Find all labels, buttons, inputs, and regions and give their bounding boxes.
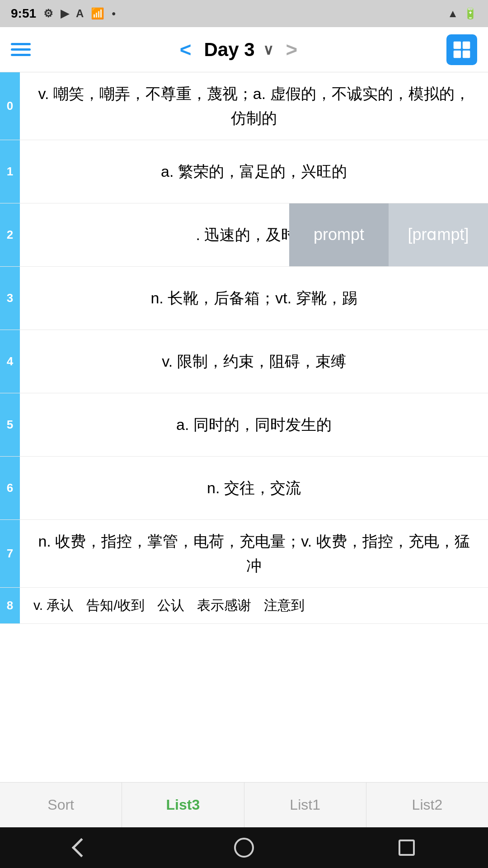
word-index-7: 7: [0, 520, 20, 587]
word-definition-6: n. 交往，交流: [20, 457, 488, 519]
word-index-6: 6: [0, 457, 20, 519]
svg-rect-3: [463, 50, 470, 57]
toolbar: < Day 3 ∨ >: [0, 27, 488, 72]
word-index-4: 4: [0, 330, 20, 393]
word-definition-5: a. 同时的，同时发生的: [20, 393, 488, 456]
word-definition-8: v. 承认 告知/收到 公认 表示感谢 注意到: [20, 588, 488, 623]
prev-day-button[interactable]: <: [173, 36, 199, 63]
word-definition-4: v. 限制，约束，阻碍，束缚: [20, 330, 488, 393]
tab-list2[interactable]: List2: [366, 783, 488, 827]
word-definition-3: n. 长靴，后备箱；vt. 穿靴，踢: [20, 267, 488, 330]
word-row[interactable]: 0 v. 嘲笑，嘲弄，不尊重，蔑视；a. 虚假的，不诚实的，模拟的，仿制的: [0, 72, 488, 140]
font-icon: A: [76, 7, 84, 20]
home-button[interactable]: [230, 834, 258, 861]
word-index-1: 1: [0, 140, 20, 203]
system-nav: [0, 827, 488, 868]
popup-word-label: prompt: [289, 203, 389, 266]
tab-list3[interactable]: List3: [122, 783, 244, 827]
word-definition-1: a. 繁荣的，富足的，兴旺的: [20, 140, 488, 203]
tab-sort[interactable]: Sort: [0, 783, 122, 827]
popup-phonetic-label: [prɑmpt]: [389, 203, 488, 266]
next-day-button[interactable]: >: [279, 36, 305, 63]
battery-icon: 🔋: [464, 7, 477, 20]
tab-list1[interactable]: List1: [244, 783, 366, 827]
recents-button[interactable]: [393, 834, 420, 861]
word-popup[interactable]: prompt [prɑmpt]: [289, 203, 488, 266]
partial-frag-1: 告知/收到: [86, 594, 144, 616]
svg-rect-1: [463, 41, 470, 49]
status-bar: 9:51 ⚙ ▶ A 📶 • ▲ 🔋: [0, 0, 488, 27]
dropdown-arrow-icon[interactable]: ∨: [263, 41, 273, 58]
grid-view-button[interactable]: [446, 34, 477, 65]
day-title: Day 3: [204, 39, 254, 61]
word-definition-0: v. 嘲笑，嘲弄，不尊重，蔑视；a. 虚假的，不诚实的，模拟的，仿制的: [20, 72, 488, 140]
word-list: 0 v. 嘲笑，嘲弄，不尊重，蔑视；a. 虚假的，不诚实的，模拟的，仿制的 1 …: [0, 72, 488, 782]
word-index-3: 3: [0, 267, 20, 330]
word-row[interactable]: 6 n. 交往，交流: [0, 457, 488, 520]
partial-frag-4: 注意到: [264, 594, 305, 616]
play-icon: ▶: [61, 7, 69, 20]
word-row[interactable]: 7 n. 收费，指控，掌管，电荷，充电量；v. 收费，指控，充电，猛冲: [0, 520, 488, 588]
word-index-0: 0: [0, 72, 20, 140]
menu-button[interactable]: [11, 43, 31, 56]
word-row[interactable]: 8 v. 承认 告知/收到 公认 表示感谢 注意到: [0, 588, 488, 624]
partial-frag-2: 公认: [157, 594, 184, 616]
bottom-nav: Sort List3 List1 List2: [0, 782, 488, 827]
svg-rect-0: [454, 41, 461, 49]
word-row[interactable]: 3 n. 长靴，后备箱；vt. 穿靴，踢: [0, 267, 488, 330]
settings-icon: ⚙: [43, 7, 53, 20]
partial-frag-3: 表示感谢: [197, 594, 251, 616]
partial-frag-0: v. 承认: [33, 594, 74, 616]
status-time: 9:51: [11, 6, 36, 21]
word-row[interactable]: 2 . 迅速的，及时的 prompt [prɑmpt]: [0, 203, 488, 267]
wifi-icon: 📶: [91, 7, 104, 20]
svg-rect-2: [454, 50, 461, 57]
word-definition-7: n. 收费，指控，掌管，电荷，充电量；v. 收费，指控，充电，猛冲: [20, 520, 488, 587]
word-row[interactable]: 1 a. 繁荣的，富足的，兴旺的: [0, 140, 488, 203]
word-index-5: 5: [0, 393, 20, 456]
back-button[interactable]: [68, 834, 95, 861]
word-index-8: 8: [0, 588, 20, 623]
word-row[interactable]: 5 a. 同时的，同时发生的: [0, 393, 488, 457]
dot-icon: •: [112, 7, 115, 20]
word-row[interactable]: 4 v. 限制，约束，阻碍，束缚: [0, 330, 488, 393]
signal-icon: ▲: [447, 7, 458, 20]
word-index-2: 2: [0, 203, 20, 266]
